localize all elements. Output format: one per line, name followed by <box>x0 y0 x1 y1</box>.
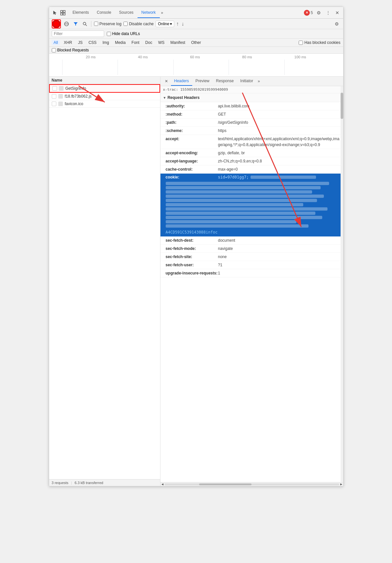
toolbar-settings-icon[interactable]: ⚙ <box>333 20 341 28</box>
type-filter-all[interactable]: All <box>52 40 60 45</box>
request-file-icon-3 <box>58 102 63 106</box>
type-filter-manifest[interactable]: Manifest <box>168 40 187 45</box>
cookie-key: cookie: <box>166 175 218 179</box>
toolbar: Preserve log Disable cache Online ▾ ↑ ↓ … <box>49 19 343 29</box>
disable-cache-input[interactable] <box>123 22 128 26</box>
cookie-blur-line-3 <box>166 190 312 194</box>
detail-tab-headers[interactable]: Headers <box>171 77 192 86</box>
request-item-f18-js[interactable]: f18.fb73b062.js <box>49 93 160 100</box>
request-name-2: f18.fb73b062.js <box>65 94 92 99</box>
type-filter-css[interactable]: CSS <box>86 40 99 45</box>
type-filter-doc[interactable]: Doc <box>143 40 154 45</box>
separator-1 <box>91 21 91 27</box>
header-key-accept-encoding: accept-encoding: <box>166 150 218 156</box>
cookie-value-start: sid=97d01gg7; <box>218 175 249 179</box>
transfer-size: 6.3 kB transferred <box>75 481 103 485</box>
devtools-window: Elements Console Sources Network » ✕ 5 ⚙… <box>49 7 344 486</box>
request-headers-section[interactable]: ▼ Request Headers <box>160 93 343 102</box>
type-filter-js[interactable]: JS <box>76 40 84 45</box>
timeline-label-100ms: 100 ms <box>294 55 306 59</box>
header-row-accept-language: accept-language: zh-CN,zh;q=0.9,en;q=0.8 <box>160 157 343 165</box>
header-row-sec-fetch-user: sec-fetch-user: ?1 <box>160 261 343 269</box>
header-row-path: :path: /sign/GetSignInfo <box>160 119 343 127</box>
filter-input[interactable] <box>52 30 104 37</box>
header-value-path: /sign/GetSignInfo <box>218 120 248 125</box>
detail-tab-overflow[interactable]: » <box>256 77 261 85</box>
type-filter-ws[interactable]: WS <box>156 40 166 45</box>
preserve-log-checkbox[interactable]: Preserve log <box>94 22 121 26</box>
cursor-icon[interactable] <box>52 9 58 16</box>
detail-tab-initiator[interactable]: Initiator <box>237 77 256 86</box>
svg-rect-3 <box>63 13 65 15</box>
right-scrollbar[interactable] <box>341 86 343 482</box>
upload-download-buttons: ↑ ↓ <box>176 21 184 27</box>
preserve-log-input[interactable] <box>94 22 98 26</box>
tab-bar-right: ✕ 5 ⚙ ⋮ ✕ <box>304 9 341 16</box>
detail-content: x-trac: 1559059592019599940009 ▼ Request… <box>160 86 343 482</box>
timeline-label-80ms: 80 ms <box>242 55 252 59</box>
header-key-path: :path: <box>166 120 218 125</box>
search-button[interactable] <box>81 20 88 28</box>
tab-console[interactable]: Console <box>93 8 115 18</box>
tab-elements[interactable]: Elements <box>69 8 93 18</box>
request-name-3: favicon.ico <box>65 102 84 106</box>
truncated-url: x-trac: 1559059592019599940009 <box>160 86 343 93</box>
header-value-accept-language: zh-CN,zh;q=0.9,en;q=0.8 <box>218 158 262 164</box>
request-item-favicon[interactable]: favicon.ico <box>49 100 160 108</box>
header-value-sec-fetch-user: ?1 <box>218 262 222 268</box>
request-item-get-sign-info[interactable]: GetSignInfo <box>49 84 160 93</box>
scroll-left-button[interactable]: ◀ <box>160 482 164 486</box>
filter-button[interactable] <box>72 20 79 28</box>
header-key-accept: accept: <box>166 136 218 148</box>
upload-icon[interactable]: ↑ <box>176 21 179 27</box>
settings-icon[interactable]: ⚙ <box>316 9 322 16</box>
tab-bar: Elements Console Sources Network » ✕ 5 ⚙… <box>49 7 343 19</box>
header-value-cache-control: max-age=0 <box>218 166 238 172</box>
scroll-thumb <box>199 483 252 485</box>
type-filter-media[interactable]: Media <box>113 40 128 45</box>
hide-data-urls-checkbox[interactable]: Hide data URLs <box>107 31 140 36</box>
tab-sources[interactable]: Sources <box>115 8 138 18</box>
error-badge: ✕ <box>304 10 310 16</box>
has-blocked-cookies-input[interactable] <box>299 41 303 45</box>
timeline-label-60ms: 60 ms <box>190 55 200 59</box>
bottom-scrollbar: ◀ ▶ <box>160 482 343 486</box>
right-panel: ✕ Headers Preview Response Initiator » <box>160 77 343 486</box>
status-bar: 3 requests | 6.3 kB transferred <box>49 479 160 486</box>
header-key-upgrade-insecure: upgrade-insecure-requests: <box>166 270 218 276</box>
inspect-icon[interactable] <box>60 9 66 16</box>
detail-close-button[interactable]: ✕ <box>163 78 170 84</box>
detail-tab-response[interactable]: Response <box>213 77 237 86</box>
header-row-scheme: :scheme: https <box>160 127 343 135</box>
request-checkbox-1 <box>52 86 57 91</box>
type-filter-img[interactable]: Img <box>101 40 111 45</box>
blocked-requests-input[interactable] <box>52 48 56 52</box>
tab-overflow[interactable]: » <box>160 8 165 18</box>
name-column-header: Name <box>52 78 63 83</box>
clear-button[interactable] <box>63 20 70 28</box>
scroll-track[interactable] <box>164 483 339 485</box>
type-filter-xhr[interactable]: XHR <box>62 40 74 45</box>
disable-cache-checkbox[interactable]: Disable cache <box>123 22 154 26</box>
request-list: GetSignInfo f18.fb73b062.js favicon.ico <box>49 84 160 479</box>
type-filter-font[interactable]: Font <box>130 40 141 45</box>
has-blocked-cookies-checkbox[interactable]: Has blocked cookies <box>299 40 340 45</box>
header-row-sec-fetch-dest: sec-fetch-dest: document <box>160 236 343 245</box>
hide-data-urls-input[interactable] <box>107 32 111 36</box>
cookie-blur-line-2 <box>166 186 321 189</box>
detail-tab-preview[interactable]: Preview <box>192 77 213 86</box>
header-key-cache-control: cache-control: <box>166 166 218 172</box>
scroll-right-button[interactable]: ▶ <box>339 482 343 486</box>
svg-rect-2 <box>61 13 63 15</box>
filter-bar: Hide data URLs <box>49 29 343 39</box>
right-scrollbar-thumb <box>341 93 343 119</box>
close-icon[interactable]: ✕ <box>334 9 341 16</box>
network-throttle-dropdown[interactable]: Online ▾ <box>156 21 174 27</box>
more-icon[interactable]: ⋮ <box>325 9 331 16</box>
header-value-method: GET <box>218 111 226 117</box>
download-icon[interactable]: ↓ <box>181 21 184 27</box>
record-button[interactable] <box>53 20 60 28</box>
timeline-labels: 20 ms 40 ms 60 ms 80 ms 100 ms <box>52 55 341 59</box>
type-filter-other[interactable]: Other <box>189 40 203 45</box>
tab-network[interactable]: Network <box>138 8 160 18</box>
